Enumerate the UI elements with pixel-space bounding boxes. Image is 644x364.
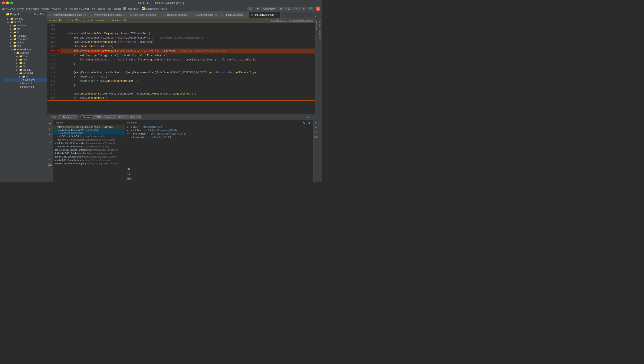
evaluate-btn[interactable]: ⌨ — [48, 162, 52, 167]
minimize-button[interactable] — [6, 2, 9, 4]
databases-label[interactable]: Databases — [315, 19, 318, 31]
expand-all-btn[interactable]: ⊞ — [126, 166, 131, 171]
breadcrumb-item-lib[interactable]: lib — [65, 8, 67, 10]
tab-close-pluginbag[interactable]: ✕ — [244, 14, 247, 16]
session-close-icon[interactable]: ✕ — [74, 116, 76, 118]
search-button[interactable]: 🔍 — [308, 7, 314, 10]
debug-run-button[interactable]: 🐛 — [285, 7, 292, 10]
step-out-btn[interactable]: ↑ — [48, 151, 52, 156]
tab-close-systeminfohandler[interactable]: ✕ — [123, 14, 126, 16]
breadcrumb-item-server[interactable]: server — [17, 8, 24, 10]
tree-item-img[interactable]: ▶ 📁 img — [4, 58, 47, 61]
tree-item-libs[interactable]: ▶ 📁 libs — [4, 65, 47, 68]
expand-this[interactable]: ▶ — [127, 126, 130, 128]
tree-item-solr-webapp[interactable]: ▼ 📁 solr-webapp — [4, 48, 47, 51]
frame-item-7[interactable]: handle:143, ScopedHandler (org.eclipse.j… — [53, 155, 125, 158]
sidebar-close-btn[interactable]: − — [43, 12, 45, 16]
tree-item-index[interactable]: ▶ 🗎 index.html — [4, 85, 47, 88]
download-sources-link[interactable]: Download... — [271, 18, 287, 22]
tree-item-contexts[interactable]: ▶ 📁 contexts — [4, 24, 47, 27]
tab-close-solrpluginutils[interactable]: ✕ — [157, 14, 160, 16]
close-button[interactable] — [2, 2, 5, 4]
run-to-cursor-btn[interactable]: ↗ — [48, 157, 52, 161]
tree-item-partials[interactable]: ▶ 📁 partials — [4, 68, 47, 72]
breadcrumb-item-servlet[interactable]: servlet — [114, 8, 121, 10]
tree-item-scripts[interactable]: ▶ 📁 scripts — [4, 41, 47, 44]
stop-button[interactable]: ■ — [301, 7, 306, 10]
breadcrumb-item-webinf[interactable]: WEB-INF — [52, 8, 62, 10]
var-item-handler[interactable]: ▼ ∞ this.handler = {InfoHandler@6796} — [125, 136, 313, 139]
tree-item-resources[interactable]: ▶ 📁 resources — [4, 38, 47, 41]
frame-item-2[interactable]: ⏸ doFilter:427, SolrDispatchFilter (org.… — [53, 138, 125, 141]
tree-item-webinf[interactable]: ▼ 📁 WEB-INF — [4, 72, 47, 75]
tab-requesthandlerbase[interactable]: C RequestHandlerBase.class ✕ — [47, 12, 89, 18]
breadcrumb-item-method[interactable]: handleAdminRequest — [145, 8, 167, 10]
frame-item-3[interactable]: ● doFilter:357, SolrDispatchFilter (org.… — [53, 141, 125, 145]
tree-item-webapp[interactable]: ▼ 📁 webapp — [4, 51, 47, 54]
breadcrumb-item-jar[interactable]: solr-core-8.11.0.jar — [70, 8, 89, 10]
more-run-options[interactable]: ⋮ — [293, 7, 300, 10]
var-item-solrresp[interactable]: ▶ ■ solrResp = {SolrQueryResponse@7434} — [125, 128, 313, 132]
frame-item-8[interactable]: handle:600, SecurityHandler (org.eclipse… — [53, 158, 125, 162]
favorites-label[interactable]: Favorites — [319, 18, 321, 28]
sidebar-locate-btn[interactable]: ⊕ — [34, 12, 36, 16]
bottom-tab-terminal[interactable]: Terminal — [129, 115, 142, 119]
side-tool-layout[interactable]: ⊟ — [314, 126, 318, 130]
reader-mode-button[interactable]: Reader Mode — [297, 19, 313, 23]
back-button[interactable]: ◀ — [255, 7, 260, 10]
tab-close-httpsolrcall[interactable]: ✕ — [275, 14, 278, 16]
tab-systeminfohandler[interactable]: C SystemInfoHandler.class ✕ — [89, 12, 128, 18]
sidebar-collapse-btn[interactable]: ≡ — [37, 12, 39, 16]
side-tool-eval[interactable]: ⌨ — [314, 135, 318, 139]
frame-item-4[interactable]: ⏸ doFilter:201, FilterHolder (org.eclips… — [53, 145, 125, 148]
tree-item-css[interactable]: ▶ 📁 css — [4, 54, 47, 58]
frames-btn[interactable]: ≡ — [48, 168, 52, 172]
sidebar-settings-btn[interactable]: ⚙ — [40, 12, 42, 16]
bottom-tab-problems[interactable]: Problems — [103, 115, 117, 119]
expand-handler[interactable]: ▼ — [127, 136, 130, 138]
sort-vars-btn[interactable]: ⇅ — [307, 120, 312, 125]
tree-item-etc[interactable]: ▶ 📁 etc — [4, 27, 47, 31]
side-tool-settings2[interactable]: ⚙ — [314, 130, 318, 134]
tab-close-requesthandlerbase[interactable]: ✕ — [84, 14, 87, 16]
collapse-btn[interactable]: − — [311, 115, 316, 120]
bottom-tab-profiler[interactable]: Profiler — [117, 115, 129, 119]
code-editor[interactable]: Decompiled .class file, bytecode version… — [47, 18, 315, 114]
bottom-tab-debug[interactable]: Debug — [81, 115, 92, 119]
tree-item-server[interactable]: ▶ 📁 server — [4, 20, 47, 24]
tab-solrpluginutils[interactable]: C SolrPluginUtils.class ✕ — [128, 12, 162, 18]
expand-solrreq[interactable]: ▼ — [127, 132, 130, 135]
breadcrumb-item-project[interactable]: solr-8.11.0 2 — [2, 8, 15, 10]
breadcrumb-item-org[interactable]: org — [92, 8, 95, 10]
evaluate-expr-btn[interactable]: ⌨ — [126, 176, 131, 181]
tab-pluginbag[interactable]: C PluginBag.class ✕ — [220, 12, 249, 18]
var-item-this[interactable]: ▶ ■ this = {HttpSolrCall@7330} — [125, 125, 313, 128]
var-item-solrreq[interactable]: ▼ ∞ this.solrReq = {SolrRequestParsers$1… — [125, 132, 313, 136]
tree-item-js[interactable]: ▶ 📁 js — [4, 61, 47, 65]
step-over-btn[interactable]: ↷ — [48, 140, 52, 145]
breakpoint-icon[interactable]: ● — [58, 49, 60, 52]
tab-counter[interactable]: C Counter.class ✕ — [193, 12, 220, 18]
frame-item-9[interactable]: handle:127, HandlerWrapper (org.eclipse.… — [53, 162, 125, 165]
tabs-overflow-button[interactable]: ▾ — [313, 15, 318, 18]
collapse-all-btn[interactable]: ⊟ — [126, 171, 131, 176]
frame-item-0[interactable]: ⏸ handleAdminRequest:801, HttpSolrCall (… — [53, 128, 125, 134]
tree-item-solr[interactable]: ▶ 📁 solr — [4, 44, 47, 48]
tab-httpsolrcall[interactable]: C HttpSolrCall.class ✕ — [249, 12, 280, 18]
tree-item-licenses[interactable]: ▶ 📁 licenses — [4, 17, 47, 20]
breadcrumb-item-apache[interactable]: apache — [97, 8, 105, 10]
structure-right-label[interactable]: Structure — [319, 30, 321, 40]
breadcrumb-item-solr[interactable]: solr — [108, 8, 111, 10]
stop-debug-btn[interactable]: ■ — [48, 132, 52, 137]
bottom-tab-todo[interactable]: TODO — [92, 115, 103, 119]
filter-vars-btn[interactable]: ⌥ — [301, 120, 306, 125]
debug-session-tab[interactable]: ⬛ Unnamed ✕ — [58, 115, 78, 119]
resume-btn[interactable]: ▶ — [48, 121, 52, 126]
maximize-button[interactable] — [10, 2, 13, 4]
pause-btn[interactable]: ⏸ — [48, 126, 52, 131]
tab-close-requestutil[interactable]: ✕ — [188, 14, 191, 16]
tree-item-lib2[interactable]: ▶ 📁 lib — [4, 75, 47, 78]
add-watch-btn[interactable]: + — [296, 120, 301, 125]
structure-btn[interactable]: ≡ — [1, 18, 4, 21]
frame-item-1[interactable]: ⏸ call:545, HttpSolrCall (org.apache.sol… — [53, 134, 125, 138]
